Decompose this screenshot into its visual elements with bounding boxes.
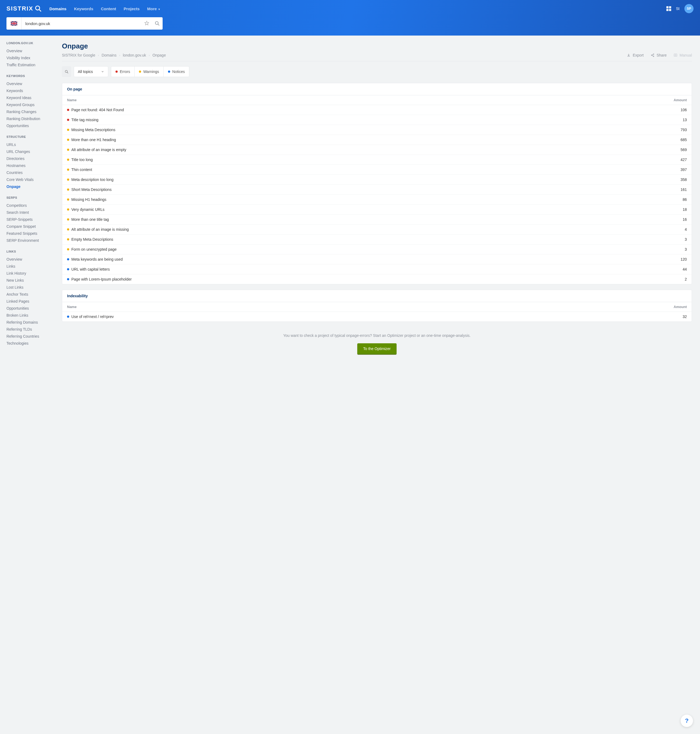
sidebar-item-ranking-distribution[interactable]: Ranking Distribution: [6, 115, 54, 122]
sidebar-item-overview[interactable]: Overview: [6, 256, 54, 263]
table-row[interactable]: Title tag missing13: [62, 115, 692, 125]
table-row[interactable]: Page not found: 404 Not Found106: [62, 105, 692, 115]
filter-errors[interactable]: Errors: [111, 66, 135, 77]
table-row[interactable]: Meta description too long358: [62, 175, 692, 185]
breadcrumb-row: SISTRIX for Google›Domains›london.gov.uk…: [62, 53, 692, 62]
sidebar-item-broken-links[interactable]: Broken Links: [6, 312, 54, 319]
row-amount: 427: [663, 157, 687, 162]
breadcrumb-item[interactable]: SISTRIX for Google: [62, 53, 95, 57]
sidebar-item-lost-links[interactable]: Lost Links: [6, 284, 54, 291]
nav-projects[interactable]: Projects: [124, 6, 140, 11]
nav-keywords[interactable]: Keywords: [74, 6, 93, 11]
sidebar-item-new-links[interactable]: New Links: [6, 277, 54, 284]
sidebar-item-ranking-changes[interactable]: Ranking Changes: [6, 108, 54, 115]
sidebar-item-search-intent[interactable]: Search Intent: [6, 209, 54, 216]
sidebar-item-urls[interactable]: URLs: [6, 141, 54, 148]
sidebar-item-serp-environment[interactable]: SERP Environment: [6, 237, 54, 244]
filter-search-button[interactable]: [62, 66, 71, 77]
table-row[interactable]: Title too long427: [62, 155, 692, 165]
page-actions: Export Share Manual: [627, 53, 692, 57]
table-row[interactable]: Form on unencrypted page3: [62, 244, 692, 254]
sidebar-item-technologies[interactable]: Technologies: [6, 340, 54, 347]
sidebar-item-countries[interactable]: Countries: [6, 169, 54, 176]
sidebar-item-keywords[interactable]: Keywords: [6, 87, 54, 94]
svg-line-9: [652, 54, 653, 55]
sidebar-item-opportunities[interactable]: Opportunities: [6, 305, 54, 312]
breadcrumb-item[interactable]: Domains: [101, 53, 116, 57]
star-icon[interactable]: [142, 21, 152, 26]
sidebar-item-keyword-groups[interactable]: Keyword Groups: [6, 101, 54, 108]
country-selector[interactable]: [6, 17, 22, 29]
row-amount: 3: [663, 247, 687, 252]
sidebar-item-anchor-texts[interactable]: Anchor Texts: [6, 291, 54, 298]
sidebar-item-serp-snippets[interactable]: SERP-Snippets: [6, 216, 54, 223]
sidebar-item-links[interactable]: Links: [6, 263, 54, 270]
sidebar-item-directories[interactable]: Directories: [6, 155, 54, 162]
sidebar-item-link-history[interactable]: Link History: [6, 270, 54, 277]
sidebar-item-url-changes[interactable]: URL Changes: [6, 148, 54, 155]
table-row[interactable]: More than one H1 heading685: [62, 135, 692, 145]
domain-search-input[interactable]: [22, 21, 142, 26]
sidebar-item-core-web-vitals[interactable]: Core Web Vitals: [6, 176, 54, 183]
sidebar-item-traffic-estimation[interactable]: Traffic Estimation: [6, 62, 54, 68]
sidebar-item-visibility-index[interactable]: Visibility Index: [6, 54, 54, 62]
table-row[interactable]: Alt attribute of an image is missing4: [62, 225, 692, 234]
sidebar-item-onpage[interactable]: Onpage: [6, 183, 54, 190]
avatar[interactable]: SP: [684, 4, 694, 13]
nav-domains[interactable]: Domains: [50, 6, 66, 11]
table-row[interactable]: Empty Meta Descriptions3: [62, 234, 692, 244]
table-row[interactable]: Thin content397: [62, 165, 692, 175]
table-row[interactable]: Use of rel=next / rel=prev32: [62, 312, 692, 322]
sidebar-item-linked-pages[interactable]: Linked Pages: [6, 298, 54, 305]
table-row[interactable]: Very dynamic URLs18: [62, 204, 692, 215]
cta-text: You want to check a project of typical o…: [62, 332, 692, 338]
sidebar-item-referring-countries[interactable]: Referring Countries: [6, 333, 54, 340]
row-amount: 3: [663, 237, 687, 241]
table-head: NameAmount: [62, 95, 692, 105]
row-name: More than one title tag: [71, 217, 663, 222]
manual-button[interactable]: Manual: [674, 53, 692, 57]
sidebar-item-hostnames[interactable]: Hostnames: [6, 162, 54, 169]
breadcrumb-item[interactable]: Onpage: [152, 53, 166, 57]
brand-logo[interactable]: SISTRIX: [6, 5, 42, 12]
svg-line-10: [652, 56, 653, 56]
svg-point-11: [65, 70, 67, 72]
card-header: On page: [62, 83, 692, 95]
sidebar-item-referring-domains[interactable]: Referring Domains: [6, 319, 54, 326]
table-row[interactable]: Missing H1 headings86: [62, 195, 692, 204]
sidebar-item-overview[interactable]: Overview: [6, 80, 54, 87]
table-row[interactable]: URL with capital letters44: [62, 265, 692, 274]
nav-content[interactable]: Content: [101, 6, 116, 11]
sidebar-item-referring-tlds[interactable]: Referring TLDs: [6, 326, 54, 333]
sidebar-item-competitors[interactable]: Competitors: [6, 202, 54, 209]
top-nav: SISTRIX DomainsKeywordsContentProjectsMo…: [0, 0, 700, 17]
table-row[interactable]: Meta keywords are being used120: [62, 254, 692, 265]
share-button[interactable]: Share: [651, 53, 667, 57]
nav-more[interactable]: More▼: [147, 6, 161, 11]
tables-container: On pageNameAmountPage not found: 404 Not…: [62, 83, 692, 322]
row-name: Title too long: [71, 157, 663, 162]
row-amount: 120: [663, 257, 687, 262]
row-amount: 16: [663, 217, 687, 222]
topic-dropdown[interactable]: All topics: [74, 66, 108, 77]
st-label[interactable]: St: [676, 6, 679, 11]
sidebar-item-overview[interactable]: Overview: [6, 47, 54, 54]
table-row[interactable]: Short Meta Descriptions161: [62, 185, 692, 195]
sidebar-item-featured-snippets[interactable]: Featured Snippets: [6, 230, 54, 237]
optimizer-button[interactable]: To the Optimizer: [357, 343, 397, 354]
breadcrumb-item[interactable]: london.gov.uk: [123, 53, 146, 57]
apps-icon[interactable]: [666, 6, 671, 11]
sidebar-item-keyword-ideas[interactable]: Keyword Ideas: [6, 94, 54, 101]
export-button[interactable]: Export: [627, 53, 643, 57]
table-row[interactable]: Missing Meta Descriptions793: [62, 125, 692, 135]
filter-warnings[interactable]: Warnings: [135, 66, 164, 77]
warning-dot-icon: [67, 149, 69, 151]
sidebar-item-compare-snippet[interactable]: Compare Snippet: [6, 223, 54, 230]
table-row[interactable]: More than one title tag16: [62, 215, 692, 225]
search-submit-icon[interactable]: [152, 21, 163, 26]
filter-notices[interactable]: Notices: [164, 66, 189, 77]
sidebar-item-opportunities[interactable]: Opportunities: [6, 122, 54, 129]
table-row[interactable]: Alt attribute of an image is empty569: [62, 145, 692, 155]
warning-dot-icon: [67, 208, 69, 210]
table-row[interactable]: Page with Lorem-Ipsum placeholder2: [62, 274, 692, 284]
